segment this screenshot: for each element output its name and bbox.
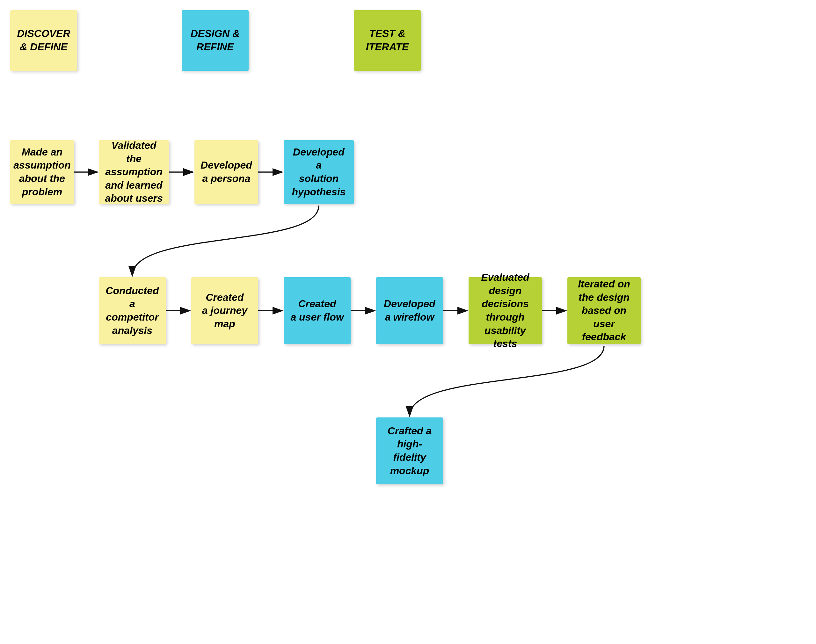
- iterated-note: Iterated onthe designbased on userfeedba…: [568, 277, 641, 344]
- persona-note: Developeda persona: [195, 140, 258, 204]
- solution-note: Developed asolutionhypothesis: [284, 140, 354, 204]
- test-iterate-label: TEST & ITERATE: [359, 27, 416, 54]
- validated-label: Validated theassumptionand learnedabout …: [104, 139, 164, 205]
- solution-label: Developed asolutionhypothesis: [289, 146, 349, 199]
- hifi-label: Crafted ahigh-fidelitymockup: [381, 425, 438, 477]
- assumption-note: Made anassumptionabout theproblem: [10, 140, 74, 204]
- wireflow-note: Developeda wireflow: [376, 277, 443, 344]
- evaluated-note: Evaluateddesigndecisionsthroughusability…: [469, 277, 542, 344]
- persona-label: Developeda persona: [201, 159, 252, 185]
- iterated-label: Iterated onthe designbased on userfeedba…: [572, 278, 636, 344]
- evaluated-label: Evaluateddesigndecisionsthroughusability…: [474, 271, 537, 351]
- journey-label: Createda journey map: [196, 291, 253, 331]
- hifi-note: Crafted ahigh-fidelitymockup: [376, 417, 443, 485]
- userflow-note: Createda user flow: [284, 277, 351, 344]
- design-refine-note: DESIGN & REFINE: [182, 10, 248, 71]
- test-iterate-note: TEST & ITERATE: [354, 10, 421, 71]
- validated-note: Validated theassumptionand learnedabout …: [99, 140, 169, 204]
- design-refine-label: DESIGN & REFINE: [187, 27, 244, 54]
- wireflow-label: Developeda wireflow: [384, 297, 436, 324]
- discover-define-label: DISCOVER & DEFINE: [15, 27, 72, 54]
- competitor-label: Conducted acompetitoranalysis: [104, 284, 161, 337]
- userflow-label: Createda user flow: [290, 297, 344, 324]
- journey-note: Createda journey map: [191, 277, 258, 344]
- assumption-label: Made anassumptionabout theproblem: [14, 146, 71, 199]
- discover-define-note: DISCOVER & DEFINE: [10, 10, 77, 71]
- competitor-note: Conducted acompetitoranalysis: [99, 277, 166, 344]
